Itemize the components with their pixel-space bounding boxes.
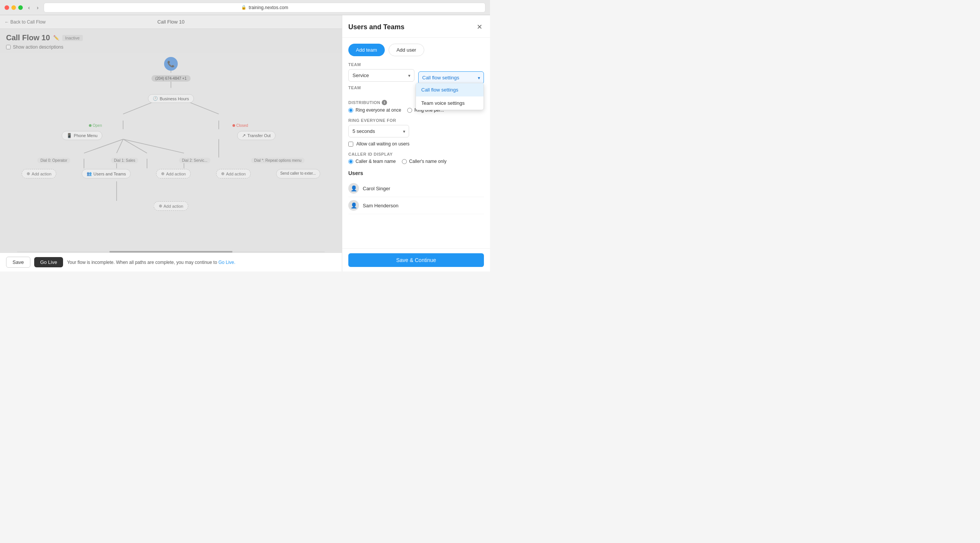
dropdown-option-team-voice[interactable]: Team voice settings (416, 97, 484, 110)
team-field-label: TEAM (348, 62, 484, 67)
team-select[interactable]: Service (348, 69, 414, 82)
topbar-title: Call Flow 10 (157, 19, 185, 25)
allow-waiting-checkbox[interactable] (348, 141, 353, 146)
dropdown-option-call-flow[interactable]: Call flow settings (416, 83, 484, 97)
open-label: Open (89, 124, 102, 128)
add-action-button-1[interactable]: ⊕ Add action (22, 169, 56, 178)
users-teams-label: Users and Teams (94, 171, 126, 176)
connect-select-wrapper: Call flow settings ▼ (418, 71, 484, 84)
team-select-wrapper: Service ▼ (348, 69, 414, 82)
plus-icon-1: ⊕ (27, 171, 30, 176)
back-nav-button[interactable]: ‹ (27, 3, 32, 12)
panel-header: Users and Teams ✕ (342, 15, 490, 38)
send-caller-button[interactable]: Send caller to exter... (276, 169, 320, 178)
add-action-button-bottom[interactable]: ⊕ Add action (154, 201, 188, 211)
ring-everyone-for-label: RING EVERYONE FOR (348, 118, 484, 123)
ring-duration-select[interactable]: 5 seconds (348, 125, 409, 137)
inactive-badge: Inactive (62, 35, 83, 41)
svg-line-9 (123, 139, 184, 153)
user-avatar-carol: 👤 (348, 183, 359, 194)
add-action-label-2: Add action (166, 171, 186, 176)
business-hours-node[interactable]: 🕐 Business Hours (148, 94, 194, 103)
bottom-bar: Save Go Live Your flow is incomplete. Wh… (0, 252, 342, 272)
show-descriptions-row: Show action descriptions (6, 44, 336, 50)
closed-dot (232, 124, 235, 127)
save-continue-button[interactable]: Save & Continue (348, 253, 484, 267)
ring-one-radio[interactable] (407, 108, 412, 113)
phone-menu-icon: 📱 (67, 133, 72, 138)
show-descriptions-checkbox[interactable] (6, 45, 11, 49)
forward-nav-button[interactable]: › (35, 3, 40, 12)
caller-team-option[interactable]: Caller & team name (348, 159, 396, 164)
user-item-carol: 👤 Carol Singer (348, 180, 484, 197)
ring-everyone-option[interactable]: Ring everyone at once (348, 108, 401, 113)
dial-labels-row: Dial 0: Operator Dial 1: Sales Dial 2: S… (17, 157, 325, 163)
left-panel: ← Back to Call Flow Call Flow 10 Call Fl… (0, 15, 342, 272)
fullscreen-traffic-light[interactable] (18, 5, 23, 10)
address-bar[interactable]: 🔒 training.nextos.com (44, 3, 485, 13)
ring-select-wrapper: 5 seconds ▼ (348, 125, 409, 137)
flow-header: Call Flow 10 ✏️ Inactive Show action des… (0, 29, 342, 53)
phone-number-node[interactable]: (204) 674-4847 +1 (151, 75, 191, 82)
closed-label: Closed (232, 124, 248, 128)
bottom-message: Your flow is incomplete. When all paths … (67, 260, 235, 265)
caller-team-radio[interactable] (348, 159, 353, 164)
caller-id-row: Caller & team name Caller's name only (348, 159, 484, 164)
go-live-link[interactable]: Go Live. (218, 260, 235, 265)
dial-label-2[interactable]: Dial 2: Servic... (179, 157, 210, 163)
phone-menu-node[interactable]: 📱 Phone Menu (62, 131, 102, 140)
diagram-area: 📞 (204) 674-4847 +1 🕐 Business Hours Ope… (0, 53, 342, 249)
transfer-out-node[interactable]: ↗ Transfer Out (237, 131, 275, 140)
minimize-traffic-light[interactable] (11, 5, 16, 10)
save-button[interactable]: Save (6, 257, 30, 268)
plus-icon-bottom: ⊕ (159, 203, 162, 208)
dial-label-repeat[interactable]: Dial *: Repeat options menu (251, 157, 305, 163)
panel-title: Users and Teams (348, 23, 404, 31)
action-row: ⊕ Add action 👥 Users and Teams ⊕ Add act… (10, 169, 332, 178)
add-action-button-2[interactable]: ⊕ Add action (156, 169, 191, 178)
main-wrapper: ← Back to Call Flow Call Flow 10 Call Fl… (0, 15, 490, 272)
transfer-icon: ↗ (242, 133, 246, 138)
distribution-info-icon[interactable]: i (382, 100, 387, 105)
add-action-label-bottom: Add action (164, 204, 183, 208)
allow-waiting-row: Allow call waiting on users (348, 141, 484, 146)
open-text: Open (93, 124, 102, 128)
connect-select-display[interactable]: Call flow settings (418, 71, 484, 84)
user-name-sam: Sam Henderson (363, 203, 398, 208)
users-and-teams-button[interactable]: 👥 Users and Teams (82, 169, 130, 178)
dial-label-1[interactable]: Dial 1: Sales (111, 157, 138, 163)
dial-label-0[interactable]: Dial 0: Operator (37, 157, 70, 163)
close-panel-button[interactable]: ✕ (475, 21, 484, 33)
add-action-button-3[interactable]: ⊕ Add action (216, 169, 251, 178)
phone-menu-label: Phone Menu (74, 133, 97, 138)
traffic-lights (5, 5, 23, 10)
flow-title: Call Flow 10 (6, 33, 50, 42)
add-action-bottom-row: ⊕ Add action (154, 201, 188, 211)
tab-buttons: Add team Add user (348, 44, 484, 56)
url-text: training.nextos.com (249, 5, 288, 10)
add-action-label-1: Add action (32, 171, 51, 176)
edit-icon[interactable]: ✏️ (53, 35, 59, 41)
close-traffic-light[interactable] (5, 5, 9, 10)
caller-name-option[interactable]: Caller's name only (402, 159, 446, 164)
user-item-sam: 👤 Sam Henderson (348, 197, 484, 214)
back-link[interactable]: ← Back to Call Flow (5, 19, 46, 25)
user-name-carol: Carol Singer (363, 186, 390, 191)
show-descriptions-label: Show action descriptions (13, 44, 64, 50)
users-icon: 👥 (87, 171, 92, 176)
svg-line-7 (117, 139, 123, 153)
plus-icon-2: ⊕ (161, 171, 164, 176)
users-section-title: Users (348, 170, 484, 176)
add-action-label-3: Add action (226, 171, 246, 176)
business-hours-label: Business Hours (159, 97, 189, 101)
browser-chrome: ‹ › 🔒 training.nextos.com (0, 0, 490, 15)
caller-name-radio[interactable] (402, 159, 407, 164)
panel-body: Add team Add user TEAM Service ▼ Call fl (342, 38, 490, 248)
ring-everyone-radio[interactable] (348, 108, 353, 113)
right-panel: Users and Teams ✕ Add team Add user TEAM… (342, 15, 490, 272)
go-live-button[interactable]: Go Live (34, 257, 64, 267)
clock-icon: 🕐 (153, 96, 158, 101)
phone-node: 📞 (164, 57, 178, 71)
add-user-tab[interactable]: Add user (388, 44, 424, 56)
add-team-tab[interactable]: Add team (348, 44, 385, 56)
